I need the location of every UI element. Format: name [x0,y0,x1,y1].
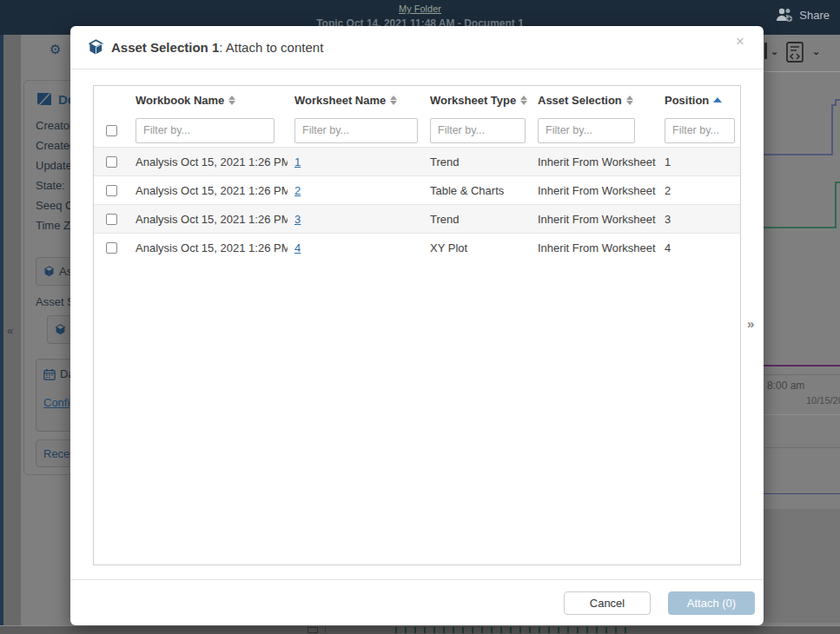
sort-asc-icon [713,97,722,102]
row-checkbox[interactable] [106,214,117,225]
trend-chart-preview [764,73,840,374]
axis-date-label: 10/15/20 [806,395,840,406]
doc-code-icon[interactable] [784,41,805,63]
calendar-icon [43,368,56,380]
divider [764,447,840,448]
asset-selection-cell: Inherit From Worksheet [531,184,658,197]
select-all-checkbox[interactable] [106,125,117,136]
chevron-down-icon[interactable]: ⌄ [771,46,778,57]
filter-position-input[interactable] [665,118,735,143]
timeline-marker [308,627,318,633]
journal-icon [36,91,53,107]
workbook-cell: Analysis Oct 15, 2021 1:26 PM [129,241,288,254]
sort-icon [520,96,527,105]
col-workbook-name[interactable]: Workbook Name [129,94,288,107]
close-icon[interactable]: × [736,34,744,49]
position-cell: 1 [658,155,740,168]
lower-panel [764,509,840,623]
table-row[interactable]: Analysis Oct 15, 2021 1:26 PM 1 Trend In… [94,147,740,175]
workbook-cell: Analysis Oct 15, 2021 1:26 PM [129,155,288,168]
worksheet-link[interactable]: 4 [294,241,301,254]
share-button[interactable]: Share [775,7,830,23]
worksheet-link[interactable]: 1 [294,155,301,168]
col-position[interactable]: Position [658,94,740,107]
row-checkbox[interactable] [106,242,117,254]
worksheet-table: Workbook Name Worksheet Name Worksheet T… [93,85,741,565]
cube-icon [55,324,66,335]
my-folder-link[interactable]: My Folder [399,3,441,14]
position-cell: 3 [658,213,740,226]
asset-selection-cell: Inherit From Worksheet [531,241,658,254]
attach-to-content-modal: Asset Selection 1: Attach to content × W… [70,26,764,625]
app-stage: My Folder Topic Oct 14, 2021 11:48 AM - … [0,0,840,634]
gear-icon[interactable]: ⚙ [50,42,61,57]
worksheet-link[interactable]: 2 [294,184,301,197]
axis-tick [786,374,787,379]
divider [764,414,840,415]
position-cell: 2 [658,184,740,197]
cancel-button[interactable]: Cancel [564,591,651,615]
asset-selection-cell: Inherit From Worksheet [531,213,658,226]
workbook-cell: Analysis Oct 15, 2021 1:26 PM [129,184,288,197]
type-cell: XY Plot [423,241,531,254]
type-cell: Trend [423,213,531,226]
sort-icon [390,96,397,105]
topic-preview-column: ⌄ ⌄ 8:00 am 10/15/20 [764,35,840,634]
table-filter-row [94,114,740,147]
table-row[interactable]: Analysis Oct 15, 2021 1:26 PM 2 Table & … [94,175,740,204]
row-checkbox[interactable] [106,156,117,168]
toolbar-partial-icon [764,43,767,59]
filter-type-input[interactable] [430,118,526,143]
chevron-down-icon[interactable]: ⌄ [812,46,820,57]
asset-selection-cell: Inherit From Worksheet [531,155,658,168]
cube-icon [43,266,55,277]
timeline-bar [0,625,840,634]
row-checkbox[interactable] [106,185,117,196]
time-axis [764,374,840,375]
modal-title: Asset Selection 1: Attach to content [111,40,323,55]
attach-button[interactable]: Attach (0) [668,591,755,615]
expand-right-icon[interactable]: » [747,316,754,331]
workbook-cell: Analysis Oct 15, 2021 1:26 PM [129,213,288,226]
type-cell: Trend [423,155,531,168]
timeline-data-ticks [391,627,634,633]
table-row[interactable]: Analysis Oct 15, 2021 1:26 PM 3 Trend In… [94,204,740,233]
worksheet-link[interactable]: 3 [294,213,301,226]
table-header-row: Workbook Name Worksheet Name Worksheet T… [94,86,740,114]
col-worksheet-type[interactable]: Worksheet Type [423,94,531,107]
axis-time-label: 8:00 am [767,380,804,392]
modal-header: Asset Selection 1: Attach to content × [70,26,764,69]
position-cell: 4 [658,241,740,254]
share-label: Share [799,9,830,22]
col-asset-selection[interactable]: Asset Selection [531,94,658,107]
filter-asset-input[interactable] [538,118,635,143]
collapse-left-icon[interactable]: « [7,324,13,337]
filter-worksheet-input[interactable] [294,118,418,143]
sort-icon [228,96,235,105]
cube-icon [88,39,104,56]
chart-line [764,493,840,494]
filter-workbook-input[interactable] [136,118,274,143]
col-worksheet-name[interactable]: Worksheet Name [288,94,423,107]
sort-icon [626,96,633,105]
table-row[interactable]: Analysis Oct 15, 2021 1:26 PM 4 XY Plot … [94,233,740,261]
type-cell: Table & Charts [423,184,531,197]
timeline-divider [325,627,326,633]
share-users-icon [775,7,794,23]
modal-footer: Cancel Attach (0) [70,579,764,625]
topic-toolbar: ⌄ ⌄ [764,35,840,72]
